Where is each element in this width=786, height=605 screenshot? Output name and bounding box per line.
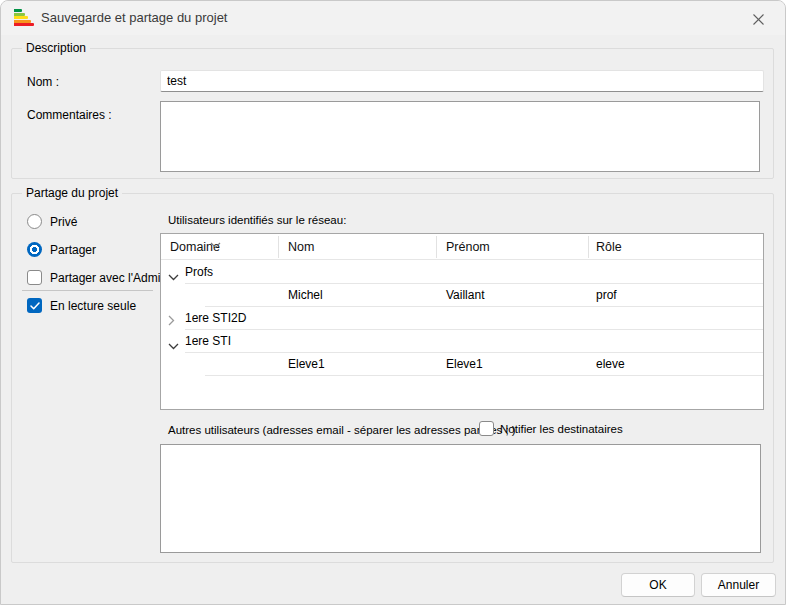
chevron-down-icon[interactable]: [168, 336, 180, 346]
title-bar: Sauvegarde et partage du projet: [1, 1, 785, 35]
checkbox-lecture-seule-label: En lecture seule: [50, 299, 136, 313]
checkbox-lecture-seule[interactable]: En lecture seule: [27, 298, 136, 313]
radio-prive[interactable]: Privé: [27, 214, 77, 229]
commentaires-textarea[interactable]: [160, 101, 760, 172]
cell-role: eleve: [596, 353, 625, 376]
cancel-button[interactable]: Annuler: [701, 573, 776, 597]
chevron-down-icon[interactable]: [168, 267, 180, 277]
cell-role: prof: [596, 284, 617, 307]
group-domaine: 1ere STI2D: [185, 307, 246, 330]
checkbox-notifier[interactable]: Notifier les destinataires: [479, 421, 623, 436]
checkbox-partager-admin[interactable]: Partager avec l'Admin: [27, 270, 167, 285]
group-domaine: Profs: [185, 261, 213, 284]
cell-nom: Eleve1: [288, 353, 325, 376]
table-row-group-profs[interactable]: Profs: [161, 261, 763, 284]
window-title: Sauvegarde et partage du projet: [41, 10, 227, 25]
description-group: Description Nom : Commentaires :: [11, 48, 774, 179]
energy-label-icon: [14, 9, 36, 27]
users-list-label: Utilisateurs identifiés sur le réseau:: [168, 214, 346, 226]
chevron-right-icon[interactable]: [168, 312, 180, 322]
table-row-group-sti[interactable]: 1ere STI: [161, 330, 763, 353]
radio-partager-label: Partager: [50, 243, 96, 257]
close-icon[interactable]: [743, 8, 773, 30]
sort-chevron-down-icon[interactable]: [210, 235, 221, 253]
group-domaine: 1ere STI: [185, 330, 231, 353]
users-table-header: Domaine Nom Prénom Rôle: [161, 234, 763, 260]
save-share-dialog: Sauvegarde et partage du projet Descript…: [0, 0, 786, 605]
users-table: Domaine Nom Prénom Rôle Profs: [160, 233, 764, 410]
column-header-nom[interactable]: Nom: [288, 234, 314, 260]
autres-utilisateurs-label: Autres utilisateurs (adresses email - sé…: [168, 424, 516, 436]
partage-group-label: Partage du projet: [22, 186, 122, 200]
ok-button[interactable]: OK: [621, 573, 695, 597]
column-header-prenom[interactable]: Prénom: [446, 234, 490, 260]
autres-utilisateurs-textarea[interactable]: [160, 444, 761, 553]
options-divider: [22, 290, 153, 291]
radio-prive-circle: [27, 214, 42, 229]
checkbox-partager-admin-box: [27, 270, 42, 285]
cell-prenom: Eleve1: [446, 353, 483, 376]
radio-partager-circle: [27, 242, 42, 257]
checkbox-lecture-seule-box: [27, 298, 42, 313]
nom-input[interactable]: [160, 70, 764, 92]
radio-partager[interactable]: Partager: [27, 242, 96, 257]
column-header-role[interactable]: Rôle: [596, 234, 622, 260]
description-group-label: Description: [22, 41, 90, 55]
cell-prenom: Vaillant: [446, 284, 484, 307]
cell-nom: Michel: [288, 284, 323, 307]
checkbox-partager-admin-label: Partager avec l'Admin: [50, 271, 167, 285]
checkbox-notifier-label: Notifier les destinataires: [500, 423, 623, 435]
commentaires-label: Commentaires :: [27, 108, 112, 122]
nom-label: Nom :: [27, 75, 59, 89]
table-row-user[interactable]: Eleve1 Eleve1 eleve: [161, 353, 763, 376]
table-row-user[interactable]: Michel Vaillant prof: [161, 284, 763, 307]
partage-group: Partage du projet Privé Partager Partage…: [11, 193, 774, 563]
table-row-group-sti2d[interactable]: 1ere STI2D: [161, 307, 763, 330]
checkbox-notifier-box: [479, 421, 494, 436]
radio-prive-label: Privé: [50, 215, 77, 229]
